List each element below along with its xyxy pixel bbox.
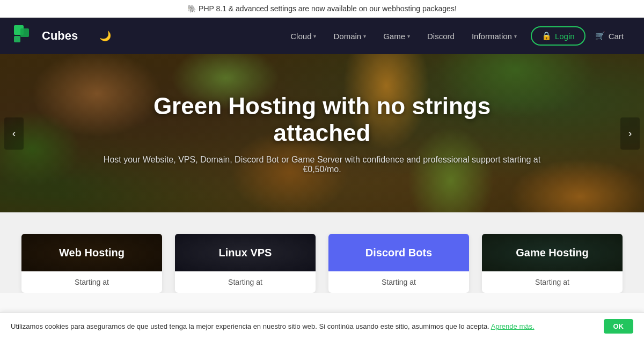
service-card-discord-bots[interactable]: Discord Bots Starting at	[328, 234, 469, 293]
hero-title: Green Hosting with no strings attached	[102, 93, 542, 146]
chevron-down-icon: ▾	[407, 33, 410, 39]
svg-rect-1	[20, 28, 29, 37]
web-hosting-body: Starting at	[21, 271, 162, 293]
game-hosting-body: Starting at	[482, 271, 623, 293]
discord-bots-starting: Starting at	[337, 278, 460, 286]
web-hosting-image: Web Hosting	[21, 234, 162, 271]
chevron-down-icon: ▾	[313, 33, 316, 39]
services-section: Web Hosting Starting at Linux VPS Starti…	[0, 212, 644, 293]
hero-prev-button[interactable]: ‹	[4, 117, 24, 150]
game-hosting-image: Game Hosting	[482, 234, 623, 271]
brand-link[interactable]: Cubes	[13, 24, 78, 48]
game-hosting-title: Game Hosting	[516, 247, 589, 259]
linux-vps-title: Linux VPS	[219, 247, 272, 259]
navbar: Cubes 🌙 Cloud ▾ Domain ▾ Game ▾ Discord …	[0, 18, 644, 54]
hero-subtitle: Host your Website, VPS, Domain, Discord …	[102, 155, 542, 174]
cart-icon: 🛒	[595, 31, 605, 41]
dark-mode-toggle[interactable]: 🌙	[99, 30, 111, 42]
discord-bots-image: Discord Bots	[328, 234, 469, 271]
chevron-down-icon: ▾	[363, 33, 366, 39]
hero-next-button[interactable]: ›	[620, 117, 640, 150]
chevron-right-icon: ›	[628, 127, 632, 139]
discord-bots-title: Discord Bots	[365, 247, 432, 259]
announcement-text: PHP 8.1 & advanced settings are now avai…	[199, 4, 457, 13]
nav-item-domain[interactable]: Domain ▾	[326, 27, 374, 45]
announcement-bar: 🐘 PHP 8.1 & advanced settings are now av…	[0, 0, 644, 18]
nav-links: Cloud ▾ Domain ▾ Game ▾ Discord Informat…	[283, 26, 631, 46]
nav-item-information[interactable]: Information ▾	[464, 27, 524, 45]
cart-button[interactable]: 🛒 Cart	[588, 27, 631, 45]
login-button[interactable]: 🔒 Login	[531, 26, 586, 46]
linux-vps-body: Starting at	[175, 271, 316, 293]
game-hosting-starting: Starting at	[491, 278, 614, 286]
chevron-down-icon: ▾	[514, 33, 517, 39]
nav-item-discord[interactable]: Discord	[420, 27, 462, 45]
service-card-game-hosting[interactable]: Game Hosting Starting at	[482, 234, 623, 293]
web-hosting-title: Web Hosting	[59, 247, 125, 259]
chevron-left-icon: ‹	[12, 127, 16, 139]
nav-item-game[interactable]: Game ▾	[376, 27, 418, 45]
hero-slider: ‹ Green Hosting with no strings attached…	[0, 54, 644, 212]
svg-rect-2	[14, 36, 20, 42]
service-card-linux-vps[interactable]: Linux VPS Starting at	[175, 234, 316, 293]
linux-vps-image: Linux VPS	[175, 234, 316, 271]
brand-logo	[13, 24, 36, 48]
service-card-web-hosting[interactable]: Web Hosting Starting at	[21, 234, 162, 293]
discord-bots-body: Starting at	[328, 271, 469, 293]
announcement-icon: 🐘	[187, 4, 196, 13]
nav-item-cloud[interactable]: Cloud ▾	[283, 27, 324, 45]
web-hosting-starting: Starting at	[30, 278, 153, 286]
linux-vps-starting: Starting at	[184, 278, 307, 286]
brand-name: Cubes	[42, 29, 78, 43]
lock-icon: 🔒	[541, 31, 552, 41]
hero-content: Green Hosting with no strings attached H…	[80, 93, 564, 174]
